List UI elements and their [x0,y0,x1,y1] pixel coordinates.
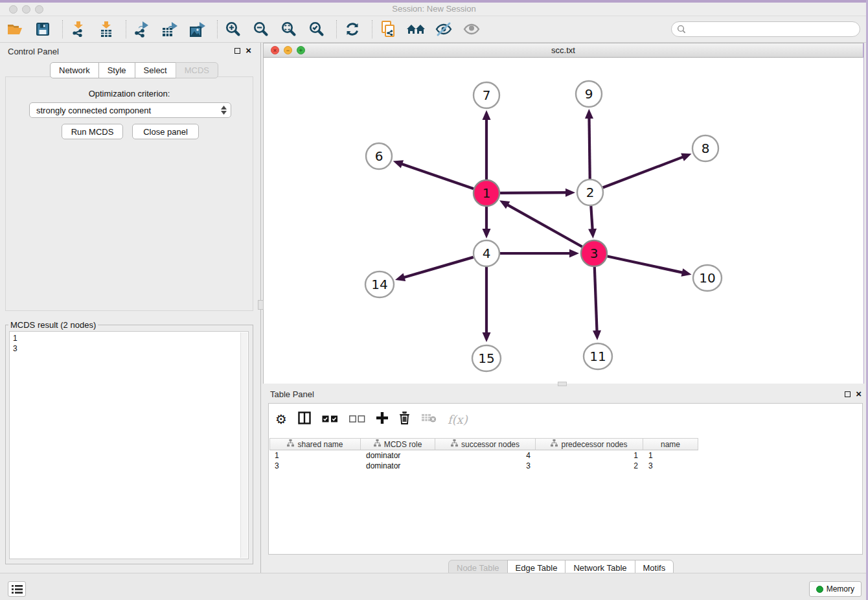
graph-node-label-1: 1 [483,185,491,201]
mcds-result-text: 1 3 [10,332,248,355]
show-column-icon[interactable] [298,411,311,427]
zoom-selected-icon[interactable] [307,19,326,39]
table-panel: Table Panel × ⚙ f(x) [263,386,868,573]
table-cell[interactable]: 1 [536,450,643,461]
close-table-panel-icon[interactable]: × [856,391,862,397]
mcds-result-group: MCDS result (2 nodes) 1 3 [5,320,253,564]
duplicate-network-icon[interactable] [378,19,398,39]
graph-node-label-14: 14 [371,277,387,292]
panel-divider-grip[interactable] [258,300,264,310]
app-titlebar: Session: New Session [0,3,868,16]
toolbar-separator [217,20,218,38]
zoom-in-icon[interactable] [223,19,243,39]
task-history-button[interactable] [8,581,26,597]
float-panel-icon[interactable] [234,48,240,54]
graph-edge-4-14[interactable] [402,257,474,278]
graph-edge-3-1[interactable] [506,204,582,247]
control-panel-tabs: NetworkStyleSelectMCDS [50,62,218,78]
run-mcds-button[interactable]: Run MCDS [62,124,123,139]
float-table-panel-icon[interactable] [845,391,851,397]
table-row[interactable]: 1dominator411 [269,450,698,461]
hierarchy-icon [374,439,381,449]
tab-style[interactable]: Style [98,62,135,78]
criterion-value: strongly connected component [36,106,151,115]
graph-edge-arrowhead [681,153,691,161]
import-network-icon[interactable] [69,19,88,39]
graph-node-label-6: 6 [375,148,383,164]
table-cell[interactable]: 3 [643,461,698,471]
table-cell[interactable]: dominator [361,461,435,471]
network-graph[interactable]: 7968124314101511 [264,58,863,384]
desktop-edge-top [0,0,868,3]
mcds-result-box[interactable]: 1 3 [9,331,249,559]
save-session-icon[interactable] [33,19,52,39]
table-toolbar: ⚙ f(x) [275,408,468,430]
horizontal-divider-grip[interactable] [558,382,567,386]
zoom-fit-icon[interactable] [279,19,299,39]
criterion-dropdown[interactable]: strongly connected component [29,102,231,118]
graph-edge-2-3[interactable] [591,206,592,231]
tab-network[interactable]: Network [50,62,99,78]
settings-gear-icon[interactable]: ⚙ [275,411,287,427]
toolbar-separator [336,20,337,38]
open-file-icon[interactable] [5,19,25,39]
import-table-icon[interactable] [97,19,116,39]
table-panel-title: Table Panel [270,389,314,399]
hierarchy-icon [551,439,558,449]
table-cell[interactable]: 1 [643,450,698,461]
table-cell[interactable]: 4 [435,450,536,461]
table-cell[interactable]: 1 [269,450,361,461]
column-header-successor-nodes[interactable]: successor nodes [435,438,536,450]
column-header-MCDS-role[interactable]: MCDS role [361,438,435,450]
app-title: Session: New Session [0,4,868,14]
graph-edge-3-11[interactable] [595,267,597,333]
toolbar-separator [62,20,63,38]
network-canvas[interactable]: 7968124314101511 [264,58,863,384]
close-panel-button[interactable]: Close panel [132,124,199,139]
control-panel-title: Control Panel [8,47,59,56]
toolbar-separator [126,20,126,38]
show-all-eye-icon[interactable] [462,19,481,39]
result-scrollbar[interactable] [240,332,247,558]
zoom-out-icon[interactable] [251,19,271,39]
graph-edge-3-10[interactable] [608,256,685,273]
graph-node-label-15: 15 [478,351,494,366]
select-all-checks-icon[interactable] [322,413,338,425]
search-icon [677,25,686,34]
function-builder-icon[interactable]: f(x) [448,413,468,426]
graph-edge-2-8[interactable] [603,156,685,187]
graph-edge-arrowhead [565,189,575,197]
graph-edge-1-2[interactable] [500,192,568,193]
tab-select[interactable]: Select [135,62,176,78]
hide-selected-eye-icon[interactable] [434,19,453,39]
column-header-predecessor-nodes[interactable]: predecessor nodes [536,438,643,450]
export-table-icon[interactable] [160,19,179,39]
add-column-icon[interactable] [376,412,388,426]
graph-edge-arrowhead [395,273,405,281]
export-network-icon[interactable] [132,19,152,39]
deselect-all-checks-icon[interactable] [349,413,365,425]
search-input[interactable] [686,25,854,34]
table-cell[interactable]: 3 [435,461,536,471]
delete-column-icon[interactable] [399,411,410,427]
tab-mcds[interactable]: MCDS [176,62,218,78]
table-cell[interactable]: dominator [361,450,435,461]
table-cell[interactable]: 2 [536,461,643,471]
search-field[interactable] [671,21,860,37]
graph-edge-2-9[interactable] [589,116,589,179]
graph-edge-1-6[interactable] [400,163,474,189]
graph-node-label-9: 9 [585,86,593,102]
memory-label: Memory [827,584,854,594]
table-row[interactable]: 3dominator323 [269,461,698,471]
refresh-icon[interactable] [343,19,362,39]
column-header-name[interactable]: name [643,438,698,450]
column-header-shared-name[interactable]: shared name [269,438,361,450]
close-panel-icon[interactable]: × [246,47,251,54]
table-cell[interactable]: 3 [269,461,361,471]
table-header-row: shared nameMCDS rolesuccessor nodesprede… [269,438,698,450]
network-window-titlebar[interactable]: × − + scc.txt [264,43,863,58]
delete-table-icon[interactable] [421,413,437,426]
export-image-icon[interactable] [188,19,207,39]
first-neighbors-icon[interactable] [406,19,426,39]
memory-button[interactable]: Memory [809,581,862,597]
